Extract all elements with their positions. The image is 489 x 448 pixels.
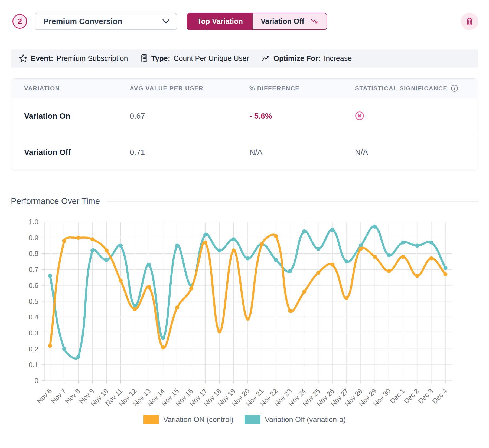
data-point <box>105 258 109 262</box>
data-point <box>119 279 123 283</box>
data-point <box>175 244 179 248</box>
data-point <box>373 225 377 229</box>
type-label: Type: <box>151 54 170 63</box>
calculator-icon <box>141 54 148 63</box>
data-point <box>90 248 94 252</box>
data-point <box>274 234 278 238</box>
data-point <box>133 307 137 311</box>
svg-text:0.2: 0.2 <box>29 345 38 353</box>
col-significance: Statistical Significance <box>355 85 478 92</box>
svg-text:0: 0 <box>35 377 38 385</box>
chart-section-header: Performance Over Time <box>11 196 478 206</box>
optimize-label: Optimize For: <box>273 54 321 63</box>
results-table: Variation Avg Value Per User % Differenc… <box>11 78 478 170</box>
data-point <box>232 237 236 241</box>
data-point <box>189 286 193 291</box>
x-axis-label: Dec 1 <box>388 387 406 405</box>
section-divider <box>107 201 478 202</box>
data-point <box>444 266 448 270</box>
data-point <box>302 229 306 233</box>
svg-text:0.9: 0.9 <box>29 234 38 242</box>
top-variation-label: Top Variation <box>197 17 243 26</box>
optimize-info: Optimize For: Increase <box>262 54 352 63</box>
star-icon <box>19 54 28 63</box>
data-point <box>387 269 391 273</box>
data-point <box>76 355 80 359</box>
data-point <box>387 253 391 257</box>
x-axis-label: Nov 7 <box>50 387 67 405</box>
metric-header-row: 2 Premium Conversion Top Variation Varia… <box>11 12 478 30</box>
svg-text:0.6: 0.6 <box>29 281 38 289</box>
type-value: Count Per Unique User <box>174 54 249 63</box>
metric-index-badge: 2 <box>12 14 27 29</box>
col-variation: Variation <box>24 85 130 92</box>
x-axis-label: Nov 8 <box>64 387 82 405</box>
results-table-body: Variation On0.67- 5.6% Variation Off0.71… <box>11 98 478 170</box>
data-point <box>217 248 221 252</box>
data-point <box>62 347 66 351</box>
data-point <box>48 274 52 278</box>
trend-down-icon <box>310 18 318 24</box>
data-point <box>373 255 377 259</box>
data-point <box>246 317 250 321</box>
data-point <box>429 241 433 245</box>
legend-item[interactable]: Variation Off (variation-a) <box>245 415 346 424</box>
data-point <box>161 345 165 349</box>
data-point <box>345 296 349 300</box>
data-point <box>147 263 151 267</box>
data-point <box>246 256 250 261</box>
table-row: Variation On0.67- 5.6% <box>11 98 478 134</box>
svg-text:0.4: 0.4 <box>29 313 38 321</box>
data-point <box>203 241 207 245</box>
avg-value: 0.67 <box>130 112 249 121</box>
x-axis-label: Dec 4 <box>431 387 449 405</box>
data-point <box>444 272 448 276</box>
data-point <box>330 228 334 232</box>
info-icon[interactable] <box>451 85 458 92</box>
data-point <box>232 248 236 252</box>
difference-value: N/A <box>249 148 355 157</box>
chart-legend: Variation ON (control) Variation Off (va… <box>11 415 478 424</box>
data-point <box>175 305 179 309</box>
data-point <box>217 330 221 334</box>
winner-variation-tab[interactable]: Variation Off <box>253 13 327 29</box>
type-info: Type: Count Per Unique User <box>141 54 249 63</box>
data-point <box>260 242 264 246</box>
line-chart: 00.10.20.30.40.50.60.70.80.91.0Nov 6Nov … <box>11 206 478 425</box>
optimize-value: Increase <box>324 54 352 63</box>
event-label: Event: <box>31 54 53 63</box>
data-point <box>302 290 306 294</box>
significance-cell <box>355 111 478 121</box>
trash-icon <box>465 17 474 26</box>
metric-info-bar: Event: Premium Subscription Type: Count … <box>11 49 478 68</box>
data-point <box>429 256 433 261</box>
trend-up-icon <box>262 55 270 61</box>
data-point <box>330 263 334 267</box>
performance-chart: 00.10.20.30.40.50.60.70.80.91.0Nov 6Nov … <box>11 206 478 424</box>
legend-item[interactable]: Variation ON (control) <box>143 415 233 424</box>
delete-metric-button[interactable] <box>461 13 478 30</box>
metric-dropdown-value: Premium Conversion <box>43 17 122 26</box>
svg-text:1.0: 1.0 <box>29 218 38 226</box>
data-point <box>161 336 165 340</box>
svg-text:0.1: 0.1 <box>29 361 38 369</box>
not-significant-icon <box>355 111 364 120</box>
data-point <box>415 244 419 248</box>
data-point <box>345 259 349 263</box>
data-point <box>415 274 419 278</box>
data-point <box>359 247 363 251</box>
svg-text:0.8: 0.8 <box>29 249 38 258</box>
metric-dropdown[interactable]: Premium Conversion <box>35 13 177 30</box>
data-point <box>274 258 278 262</box>
variation-name: Variation On <box>24 112 130 121</box>
data-point <box>76 236 80 240</box>
metric-panel: 2 Premium Conversion Top Variation Varia… <box>0 0 489 448</box>
svg-text:0.3: 0.3 <box>29 329 38 337</box>
top-variation-tab[interactable]: Top Variation <box>187 13 253 29</box>
data-point <box>288 309 292 313</box>
difference-value: - 5.6% <box>249 112 355 121</box>
chart-title: Performance Over Time <box>11 196 100 206</box>
legend-label: Variation ON (control) <box>163 416 233 424</box>
col-avg-value: Avg Value Per User <box>130 85 249 92</box>
event-info: Event: Premium Subscription <box>19 54 128 63</box>
